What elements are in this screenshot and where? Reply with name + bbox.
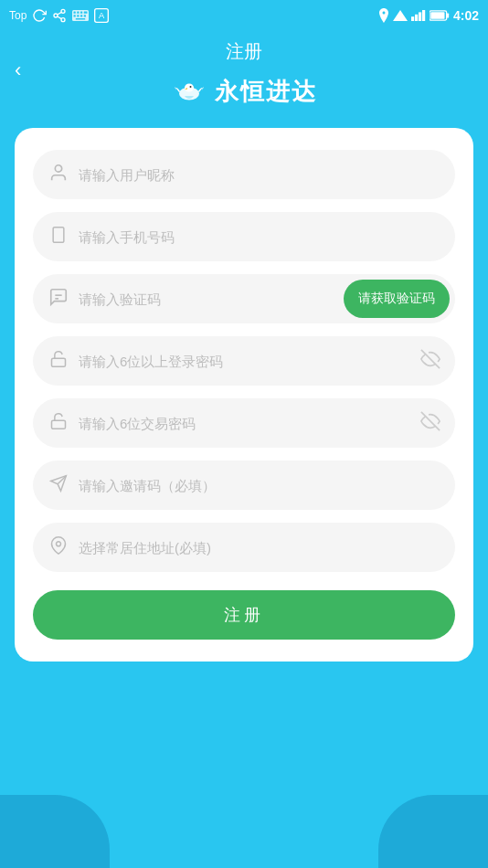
verify-code-row: 请获取验证码	[33, 274, 455, 323]
svg-point-27	[190, 86, 192, 88]
svg-point-28	[55, 164, 61, 171]
refresh-icon	[32, 8, 47, 23]
svg-rect-11	[78, 15, 80, 16]
keyboard-icon	[72, 10, 89, 21]
svg-point-0	[61, 9, 65, 13]
svg-marker-17	[393, 10, 408, 21]
svg-text:A: A	[99, 11, 105, 20]
svg-point-2	[61, 17, 65, 21]
svg-rect-7	[78, 11, 80, 13]
invite-code-input[interactable]	[79, 478, 440, 493]
svg-point-1	[54, 14, 58, 17]
svg-rect-20	[419, 12, 421, 21]
username-input[interactable]	[79, 167, 440, 183]
address-input[interactable]	[79, 540, 440, 556]
brand-logo-icon	[171, 73, 207, 110]
brand-name: 永恒进达	[215, 76, 317, 108]
login-password-row	[33, 336, 455, 386]
username-field-row	[33, 150, 455, 199]
invite-icon	[48, 473, 69, 498]
svg-rect-6	[74, 11, 76, 13]
share-icon	[52, 8, 67, 23]
phone-input[interactable]	[79, 229, 440, 245]
location-pin-icon	[48, 535, 69, 560]
register-button[interactable]: 注册	[33, 590, 455, 640]
page-title: 注册	[0, 39, 488, 64]
svg-rect-19	[415, 14, 418, 20]
verify-code-input[interactable]	[79, 291, 334, 307]
svg-rect-9	[84, 11, 88, 13]
bottom-decoration	[0, 795, 488, 868]
verify-icon	[48, 287, 69, 312]
login-password-input[interactable]	[79, 354, 411, 369]
status-right: 4:02	[378, 8, 479, 23]
user-icon	[48, 163, 69, 187]
svg-point-39	[57, 541, 61, 545]
app-name: Top	[9, 9, 27, 22]
svg-rect-14	[76, 18, 86, 20]
status-bar: Top A	[0, 0, 488, 30]
wifi-icon	[393, 10, 408, 21]
deco-left	[0, 795, 110, 868]
svg-rect-18	[411, 16, 414, 21]
text-icon: A	[94, 8, 109, 23]
svg-rect-21	[422, 10, 425, 21]
svg-rect-35	[52, 420, 66, 429]
trade-password-input[interactable]	[79, 416, 411, 431]
svg-rect-23	[430, 12, 444, 19]
signal-icon	[411, 10, 426, 21]
invite-code-row	[33, 460, 455, 510]
time-display: 4:02	[453, 8, 479, 23]
svg-rect-10	[74, 15, 76, 16]
svg-rect-12	[80, 15, 82, 16]
status-left: Top A	[9, 8, 109, 23]
get-code-button[interactable]: 请获取验证码	[344, 280, 450, 318]
svg-rect-8	[80, 11, 82, 13]
phone-field-row	[33, 212, 455, 261]
svg-rect-24	[447, 13, 450, 17]
brand-row: 永恒进达	[0, 73, 488, 110]
password-eye-icon[interactable]	[420, 349, 440, 374]
svg-rect-29	[53, 227, 64, 242]
svg-line-3	[58, 16, 62, 19]
registration-form: 请获取验证码	[15, 128, 473, 662]
svg-line-4	[58, 12, 62, 15]
trade-password-row	[33, 398, 455, 448]
svg-point-26	[185, 84, 194, 92]
trade-lock-icon	[48, 411, 69, 436]
deco-right	[378, 795, 488, 868]
trade-password-eye-icon[interactable]	[420, 411, 440, 436]
address-row[interactable]	[33, 523, 455, 572]
battery-icon	[430, 10, 450, 21]
lock-icon	[48, 349, 69, 374]
svg-rect-13	[84, 15, 86, 16]
svg-rect-33	[52, 358, 66, 366]
location-icon	[378, 8, 389, 23]
phone-icon	[48, 225, 69, 249]
back-button[interactable]: ‹	[15, 58, 21, 82]
header: ‹ 注册 永恒进达	[0, 30, 488, 128]
